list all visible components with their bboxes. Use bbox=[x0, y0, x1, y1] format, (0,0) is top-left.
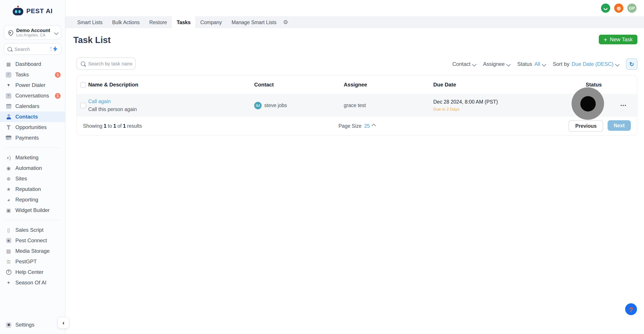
sidebar-item-help-center[interactable]: Help Center bbox=[0, 267, 65, 278]
sidebar-item-sites[interactable]: ⊕ Sites bbox=[0, 173, 65, 184]
sidebar-nav: ▦ Dashboard ✓ Tasks 1 ▼ Power Dialer ≡ C… bbox=[0, 59, 65, 288]
task-table: Name & Description Contact Assignee Due … bbox=[76, 75, 638, 136]
sidebar-divider bbox=[5, 220, 60, 220]
notifications-button[interactable] bbox=[614, 4, 623, 13]
task-name-link[interactable]: Call again bbox=[88, 99, 254, 104]
conversations-notification-badge: 1 bbox=[55, 93, 60, 98]
sidebar-item-sales-script[interactable]: ▯ Sales Script bbox=[0, 225, 65, 235]
sidebar-item-label: Power Dialer bbox=[15, 82, 46, 88]
tab-tasks[interactable]: Tasks bbox=[172, 15, 196, 30]
new-task-button[interactable]: + New Task bbox=[599, 35, 638, 44]
contact-avatar: SJ bbox=[254, 102, 262, 109]
page-size-selector[interactable]: Page Size 25 bbox=[338, 123, 375, 128]
tab-smart-lists[interactable]: Smart Lists bbox=[72, 16, 107, 28]
filter-bar: Contact Assignee Status All Sort by Due … bbox=[452, 58, 638, 70]
chevron-down-icon bbox=[54, 30, 58, 34]
automation-icon: ◉ bbox=[6, 165, 12, 171]
tab-manage-smart-lists[interactable]: Manage Smart Lists bbox=[227, 16, 282, 28]
sort-dropdown[interactable]: Sort by Due Date (DESC) bbox=[553, 61, 618, 67]
table-row[interactable]: Call again Call this person again SJ ste… bbox=[77, 94, 637, 117]
sidebar-item-label: Widget Builder bbox=[15, 207, 50, 213]
assignee-filter-dropdown[interactable]: Assignee bbox=[483, 61, 510, 67]
funnel-icon bbox=[6, 125, 11, 130]
tab-settings-gear-icon[interactable]: ⚙ bbox=[283, 19, 288, 26]
contact-filter-dropdown[interactable]: Contact bbox=[452, 61, 476, 67]
conversations-icon: ≡ bbox=[6, 93, 12, 98]
sidebar-item-label: Help Center bbox=[15, 269, 44, 275]
sidebar-item-label: Payments bbox=[15, 135, 39, 141]
widget-icon: ▣ bbox=[6, 208, 12, 213]
sidebar-search[interactable] bbox=[4, 43, 62, 55]
table-header-row: Name & Description Contact Assignee Due … bbox=[77, 76, 637, 94]
sidebar-item-dashboard[interactable]: ▦ Dashboard bbox=[0, 59, 65, 69]
location-pin-icon bbox=[7, 29, 14, 36]
column-header-assignee: Assignee bbox=[344, 82, 433, 88]
sidebar-item-settings[interactable]: Settings bbox=[6, 322, 34, 328]
sidebar: PEST AI Demo Account Los Angeles, CA ▦ D… bbox=[0, 0, 66, 334]
sidebar-item-contacts[interactable]: Contacts bbox=[0, 112, 65, 122]
sidebar-item-tasks[interactable]: ✓ Tasks 1 bbox=[0, 69, 65, 80]
status-filter-dropdown[interactable]: Status All bbox=[517, 61, 545, 67]
select-all-checkbox[interactable] bbox=[80, 82, 86, 88]
chevron-down-icon bbox=[542, 62, 546, 66]
sidebar-item-calendars[interactable]: Calendars bbox=[0, 101, 65, 112]
previous-button[interactable]: Previous bbox=[569, 120, 603, 132]
sidebar-item-marketing[interactable]: ◖) Marketing bbox=[0, 152, 65, 163]
sidebar-item-media-storage[interactable]: ▨ Media Storage bbox=[0, 246, 65, 256]
sidebar-item-pest-connect[interactable]: Pest Connect bbox=[0, 235, 65, 246]
plus-icon: + bbox=[604, 36, 607, 43]
ai-search-button[interactable] bbox=[50, 46, 58, 52]
sidebar-item-label: Media Storage bbox=[15, 248, 50, 254]
refresh-button[interactable]: ↻ bbox=[626, 58, 638, 70]
app-root: PEST AI Demo Account Los Angeles, CA ▦ D… bbox=[0, 0, 644, 334]
sidebar-item-label: Automation bbox=[15, 165, 42, 171]
sidebar-item-power-dialer[interactable]: ▼ Power Dialer bbox=[0, 80, 65, 90]
sidebar-collapse-button[interactable]: ‹ bbox=[58, 317, 69, 329]
sidebar-item-label: Sales Script bbox=[15, 227, 44, 233]
credit-card-icon bbox=[6, 136, 12, 140]
chevron-up-icon bbox=[372, 124, 376, 128]
sidebar-item-label: Contacts bbox=[15, 114, 38, 120]
task-search[interactable] bbox=[76, 58, 136, 70]
sidebar-item-label: Sites bbox=[15, 176, 27, 182]
chevron-down-icon bbox=[506, 62, 510, 66]
sidebar-item-label: Marketing bbox=[15, 154, 38, 161]
sidebar-item-label: Season Of AI bbox=[15, 280, 46, 286]
account-switcher[interactable]: Demo Account Los Angeles, CA bbox=[4, 25, 62, 40]
sidebar-item-widget-builder[interactable]: ▣ Widget Builder bbox=[0, 205, 65, 216]
sidebar-item-reputation[interactable]: ★ Reputation bbox=[0, 184, 65, 194]
due-note: Due in 2 Days bbox=[433, 107, 574, 112]
megaphone-icon: ◖) bbox=[6, 155, 12, 160]
tab-company[interactable]: Company bbox=[195, 16, 226, 28]
tab-restore[interactable]: Restore bbox=[144, 16, 172, 28]
next-button[interactable]: Next bbox=[608, 120, 631, 131]
robot-icon: ◫ bbox=[6, 259, 12, 264]
sidebar-item-pestgpt[interactable]: ◫ PestGPT bbox=[0, 256, 65, 267]
tab-bulk-actions[interactable]: Bulk Actions bbox=[107, 16, 144, 28]
row-actions-menu[interactable]: ••• bbox=[620, 103, 627, 108]
sidebar-item-automation[interactable]: ◉ Automation bbox=[0, 163, 65, 173]
help-button[interactable]: ? bbox=[625, 303, 637, 315]
contact-name: steve jobs bbox=[264, 103, 287, 108]
user-avatar[interactable]: GP bbox=[627, 4, 636, 13]
row-checkbox[interactable] bbox=[80, 102, 86, 108]
phone-button[interactable] bbox=[601, 4, 610, 13]
script-icon: ▯ bbox=[6, 227, 12, 233]
sidebar-item-opportunities[interactable]: Opportunities bbox=[0, 122, 65, 132]
contacts-tab-bar: Smart Lists Bulk Actions Restore Tasks C… bbox=[66, 16, 644, 28]
star-icon: ★ bbox=[6, 186, 12, 192]
page-size-value: 25 bbox=[364, 123, 370, 128]
sidebar-search-input[interactable] bbox=[14, 46, 46, 52]
task-description: Call this person again bbox=[88, 107, 254, 112]
sidebar-item-conversations[interactable]: ≡ Conversations 1 bbox=[0, 90, 65, 101]
sort-value: Due Date (DESC) bbox=[572, 61, 614, 67]
sidebar-item-season-of-ai[interactable]: ✦ Season Of AI bbox=[0, 278, 65, 288]
image-icon: ▨ bbox=[6, 248, 12, 254]
top-strip: GP bbox=[66, 0, 644, 16]
sidebar-item-label: Conversations bbox=[15, 92, 49, 99]
robot-logo-icon bbox=[12, 6, 24, 16]
task-search-input[interactable] bbox=[88, 61, 132, 66]
dashboard-icon: ▦ bbox=[6, 61, 12, 67]
sidebar-item-reporting[interactable]: ◕ Reporting bbox=[0, 194, 65, 205]
sidebar-item-payments[interactable]: Payments bbox=[0, 132, 65, 143]
